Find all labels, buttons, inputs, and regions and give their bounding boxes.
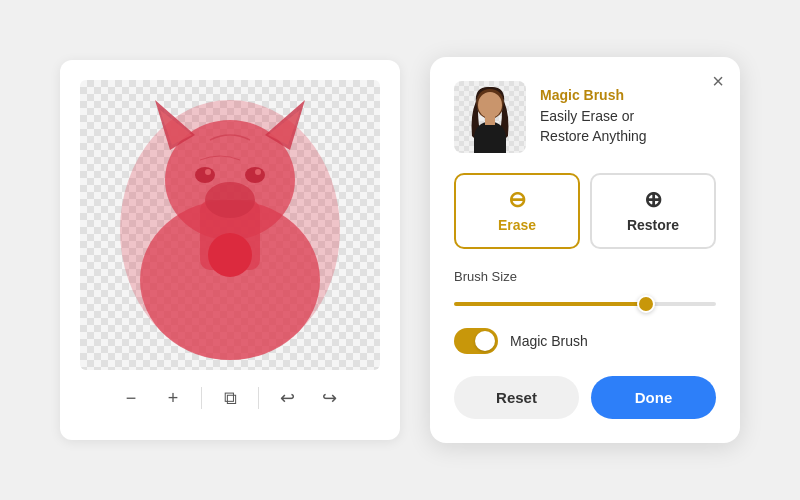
restore-icon: ⊕ bbox=[644, 189, 662, 211]
svg-rect-16 bbox=[485, 115, 495, 125]
erase-icon: ⊖ bbox=[508, 189, 526, 211]
toolbar: − + ⧉ ↩ ↪ bbox=[117, 384, 343, 412]
mode-buttons-group: ⊖ Erase ⊕ Restore bbox=[454, 173, 716, 249]
svg-point-15 bbox=[478, 92, 502, 118]
done-button[interactable]: Done bbox=[591, 376, 716, 419]
dialog-subtitle: Easily Erase or Restore Anything bbox=[540, 107, 716, 146]
magic-brush-label: Magic Brush bbox=[510, 333, 588, 349]
editor-panel: − + ⧉ ↩ ↪ bbox=[60, 60, 400, 440]
close-button[interactable]: × bbox=[712, 71, 724, 91]
toolbar-divider-2 bbox=[258, 387, 259, 409]
canvas-area bbox=[80, 80, 380, 370]
erase-label: Erase bbox=[498, 217, 536, 233]
wolf-image bbox=[80, 80, 380, 370]
brush-size-label: Brush Size bbox=[454, 269, 716, 284]
thumbnail-image bbox=[454, 81, 526, 153]
brush-size-section: Brush Size bbox=[454, 269, 716, 310]
reset-button[interactable]: Reset bbox=[454, 376, 579, 419]
dialog-title: Magic Brush bbox=[540, 87, 716, 103]
zoom-out-button[interactable]: − bbox=[117, 384, 145, 412]
undo-button[interactable]: ↩ bbox=[273, 384, 301, 412]
layers-button[interactable]: ⧉ bbox=[216, 384, 244, 412]
magic-brush-toggle[interactable] bbox=[454, 328, 498, 354]
toggle-knob bbox=[475, 331, 495, 351]
dialog-header-text: Magic Brush Easily Erase or Restore Anyt… bbox=[540, 87, 716, 146]
preview-thumbnail bbox=[454, 81, 526, 153]
restore-button[interactable]: ⊕ Restore bbox=[590, 173, 716, 249]
magic-brush-row: Magic Brush bbox=[454, 328, 716, 354]
zoom-in-button[interactable]: + bbox=[159, 384, 187, 412]
app-container: − + ⧉ ↩ ↪ × bbox=[60, 57, 740, 443]
magic-brush-dialog: × bbox=[430, 57, 740, 443]
toolbar-divider-1 bbox=[201, 387, 202, 409]
erase-button[interactable]: ⊖ Erase bbox=[454, 173, 580, 249]
dialog-header: Magic Brush Easily Erase or Restore Anyt… bbox=[454, 81, 716, 153]
brush-size-slider[interactable] bbox=[454, 302, 716, 306]
action-buttons: Reset Done bbox=[454, 376, 716, 419]
restore-label: Restore bbox=[627, 217, 679, 233]
redo-button[interactable]: ↪ bbox=[315, 384, 343, 412]
svg-point-13 bbox=[120, 100, 340, 360]
